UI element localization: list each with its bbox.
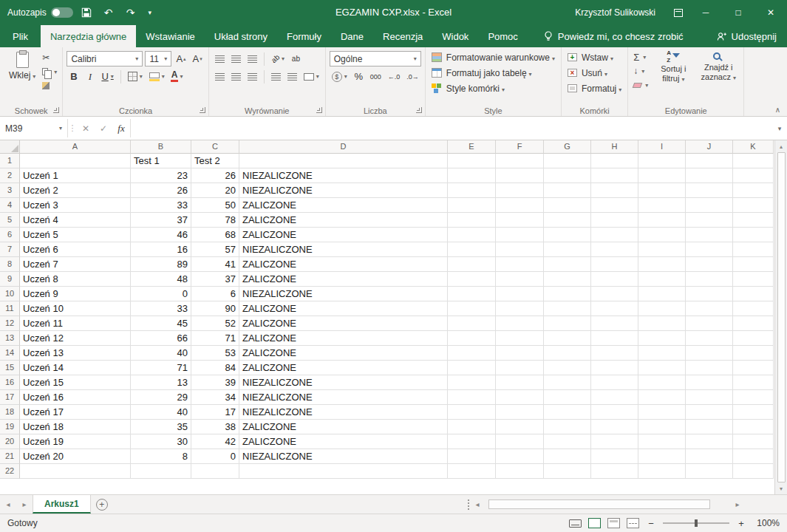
user-name[interactable]: Krzysztof Sulikowski xyxy=(575,7,655,18)
cell-A15[interactable]: Uczeń 14 xyxy=(20,361,131,375)
cell-G21[interactable] xyxy=(544,449,591,464)
ribbon-tab-układ-strony[interactable]: Układ strony xyxy=(205,25,277,47)
cell-B14[interactable]: 40 xyxy=(131,346,191,361)
cell-D15[interactable]: ZALICZONE xyxy=(239,361,448,375)
cell-I7[interactable] xyxy=(638,242,686,257)
cell-D13[interactable]: ZALICZONE xyxy=(239,331,448,346)
cell-J12[interactable] xyxy=(686,316,733,331)
cell-B8[interactable]: 89 xyxy=(131,257,191,272)
cell-C6[interactable]: 68 xyxy=(191,228,239,242)
qat-customize-icon[interactable]: ▾ xyxy=(144,3,156,22)
cell-J7[interactable] xyxy=(686,242,733,257)
underline-button[interactable]: U xyxy=(99,69,115,84)
cell-A16[interactable]: Uczeń 15 xyxy=(20,375,131,390)
cell-H18[interactable] xyxy=(591,405,638,420)
cell-K19[interactable] xyxy=(733,420,774,434)
cell-A11[interactable]: Uczeń 10 xyxy=(20,301,131,316)
cell-A17[interactable]: Uczeń 16 xyxy=(20,390,131,405)
cell-H4[interactable] xyxy=(591,198,638,213)
hscroll-right-icon[interactable]: ▸ xyxy=(729,500,746,508)
cell-C22[interactable] xyxy=(191,464,239,479)
cell-K1[interactable] xyxy=(733,154,774,168)
column-header-F[interactable]: F xyxy=(496,140,544,154)
cell-E5[interactable] xyxy=(448,213,496,228)
cell-J9[interactable] xyxy=(686,272,733,287)
cell-G9[interactable] xyxy=(544,272,591,287)
ribbon-tab-narzędzia-główne[interactable]: Narzędzia główne xyxy=(41,25,136,47)
cell-A18[interactable]: Uczeń 17 xyxy=(20,405,131,420)
cell-B18[interactable]: 40 xyxy=(131,405,191,420)
cell-H15[interactable] xyxy=(591,361,638,375)
cell-C5[interactable]: 78 xyxy=(191,213,239,228)
ribbon-tab-pomoc[interactable]: Pomoc xyxy=(478,25,527,47)
cell-H1[interactable] xyxy=(591,154,638,168)
formula-input[interactable] xyxy=(130,119,772,137)
cell-G13[interactable] xyxy=(544,331,591,346)
cell-J21[interactable] xyxy=(686,449,733,464)
row-header-8[interactable]: 8 xyxy=(0,257,20,272)
cell-I9[interactable] xyxy=(638,272,686,287)
cell-K21[interactable] xyxy=(733,449,774,464)
cell-E16[interactable] xyxy=(448,375,496,390)
cell-K5[interactable] xyxy=(733,213,774,228)
cell-J13[interactable] xyxy=(686,331,733,346)
cell-C11[interactable]: 90 xyxy=(191,301,239,316)
cell-F18[interactable] xyxy=(496,405,544,420)
row-header-7[interactable]: 7 xyxy=(0,242,20,257)
cell-C1[interactable]: Test 2 xyxy=(191,154,239,168)
cell-H14[interactable] xyxy=(591,346,638,361)
cell-H6[interactable] xyxy=(591,228,638,242)
vertical-scrollbar-thumb[interactable] xyxy=(777,152,786,482)
cell-H21[interactable] xyxy=(591,449,638,464)
cell-A1[interactable] xyxy=(20,154,131,168)
fill-button[interactable]: ↓ xyxy=(632,65,650,77)
accounting-format-button[interactable]: $ xyxy=(330,69,350,84)
cell-F3[interactable] xyxy=(496,183,544,198)
copy-button[interactable] xyxy=(41,66,58,78)
align-bottom-button[interactable] xyxy=(245,52,259,66)
cell-J3[interactable] xyxy=(686,183,733,198)
increase-font-size-button[interactable]: A▴ xyxy=(174,52,188,66)
cell-E18[interactable] xyxy=(448,405,496,420)
cell-B1[interactable]: Test 1 xyxy=(131,154,191,168)
formula-bar-expand-icon[interactable]: ▾ xyxy=(772,119,787,137)
cell-C17[interactable]: 34 xyxy=(191,390,239,405)
hscroll-left-icon[interactable]: ◂ xyxy=(469,500,486,508)
font-color-button[interactable]: A xyxy=(169,69,185,84)
find-select-button[interactable]: Znajdź i zaznacz xyxy=(697,50,740,82)
increase-indent-button[interactable] xyxy=(285,69,299,84)
cell-F14[interactable] xyxy=(496,346,544,361)
cell-E11[interactable] xyxy=(448,301,496,316)
cell-H16[interactable] xyxy=(591,375,638,390)
cell-F10[interactable] xyxy=(496,287,544,301)
cell-A14[interactable]: Uczeń 13 xyxy=(20,346,131,361)
cell-K15[interactable] xyxy=(733,361,774,375)
cell-D18[interactable]: NIEZALICZONE xyxy=(239,405,448,420)
cell-E19[interactable] xyxy=(448,420,496,434)
row-header-15[interactable]: 15 xyxy=(0,361,20,375)
cell-B3[interactable]: 26 xyxy=(131,183,191,198)
cell-F5[interactable] xyxy=(496,213,544,228)
cell-G10[interactable] xyxy=(544,287,591,301)
cell-B20[interactable]: 30 xyxy=(131,434,191,449)
cell-E17[interactable] xyxy=(448,390,496,405)
cell-E10[interactable] xyxy=(448,287,496,301)
cell-C2[interactable]: 26 xyxy=(191,168,239,183)
format-as-table-button[interactable]: Formatuj jako tabelę xyxy=(429,65,557,81)
cell-D21[interactable]: NIEZALICZONE xyxy=(239,449,448,464)
cell-D22[interactable] xyxy=(239,464,448,479)
cell-D3[interactable]: NIEZALICZONE xyxy=(239,183,448,198)
cell-D6[interactable]: ZALICZONE xyxy=(239,228,448,242)
cell-J8[interactable] xyxy=(686,257,733,272)
cell-F17[interactable] xyxy=(496,390,544,405)
cell-G22[interactable] xyxy=(544,464,591,479)
view-page-layout-icon[interactable] xyxy=(607,518,620,528)
cell-C8[interactable]: 41 xyxy=(191,257,239,272)
cell-F15[interactable] xyxy=(496,361,544,375)
row-header-22[interactable]: 22 xyxy=(0,464,20,479)
ribbon-tab-wstawianie[interactable]: Wstawianie xyxy=(136,25,204,47)
cell-J18[interactable] xyxy=(686,405,733,420)
cell-D11[interactable]: ZALICZONE xyxy=(239,301,448,316)
insert-function-button[interactable]: fx xyxy=(112,119,130,137)
cell-I6[interactable] xyxy=(638,228,686,242)
